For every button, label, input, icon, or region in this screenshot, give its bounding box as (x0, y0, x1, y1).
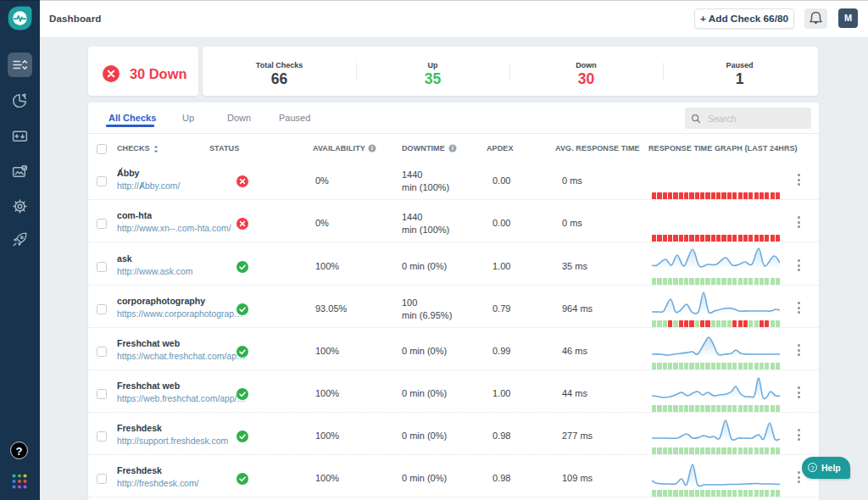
svg-text:i: i (452, 145, 453, 151)
svg-text:i: i (371, 145, 373, 151)
